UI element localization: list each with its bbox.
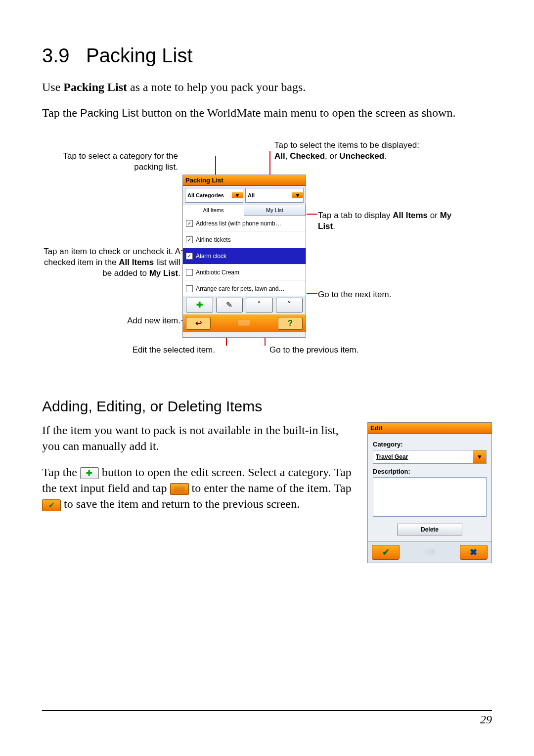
keyboard-icon[interactable]: ░░░ — [424, 549, 436, 555]
callout-next: Go to the next item. — [318, 289, 442, 300]
list-item[interactable]: ✓ Airline tickets — [183, 232, 306, 248]
paragraph-1: Use Packing List as a note to help you p… — [42, 79, 492, 95]
callout-category: Tap to select a category for the packing… — [62, 151, 178, 173]
window-title: Packing List — [183, 175, 306, 186]
packing-list-screenshot: Packing List All Categories ▼ All ▼ All … — [182, 175, 306, 338]
callout-add: Add new item. — [87, 315, 180, 326]
keyboard-icon: ░░░ — [170, 483, 189, 495]
chevron-down-icon: ▼ — [473, 450, 486, 463]
checkbox-icon[interactable]: ✓ — [186, 236, 193, 243]
list-item[interactable]: Antibiotic Cream — [183, 265, 306, 281]
list-item[interactable]: Arrange care for pets, lawn and… — [183, 281, 306, 296]
keyboard-icon[interactable]: ░░░ — [238, 320, 250, 326]
paragraph-4: Tap the ✚ button to open the edit screen… — [42, 464, 353, 512]
callout-prev: Go to the previous item. — [269, 345, 398, 356]
save-button[interactable]: ✔ — [372, 545, 400, 560]
plus-icon: ✚ — [196, 300, 203, 310]
checkbox-icon[interactable]: ✓ — [186, 253, 193, 260]
pencil-icon: ✎ — [226, 300, 232, 310]
checkbox-icon[interactable] — [186, 285, 193, 292]
chevron-down-icon: ▼ — [232, 192, 243, 198]
callout-check: Tap an item to check or uncheck it. A ch… — [42, 246, 180, 279]
category-dropdown[interactable]: All Categories ▼ — [185, 188, 243, 203]
back-arrow-icon: ↩ — [195, 318, 202, 328]
help-button[interactable]: ? — [278, 317, 303, 330]
check-icon: ✔ — [42, 499, 61, 511]
description-label: Description: — [373, 468, 487, 475]
packing-item-list: ✓ Address list (with phone numb… ✓ Airli… — [183, 216, 306, 296]
section-heading: 3.9 Packing List — [42, 44, 492, 67]
chevron-down-icon: ˅ — [287, 300, 291, 310]
description-input[interactable] — [373, 477, 487, 517]
tab-all-items[interactable]: All Items — [183, 205, 244, 216]
paragraph-2: Tap the Packing List button on the World… — [42, 105, 492, 121]
edit-screenshot: Edit Category: Travel Gear ▼ Description… — [367, 422, 492, 563]
category-dropdown[interactable]: Travel Gear ▼ — [373, 450, 487, 464]
check-icon: ✔ — [382, 547, 390, 558]
tab-my-list[interactable]: My List — [244, 205, 306, 215]
close-icon: ✖ — [470, 547, 477, 558]
add-item-button[interactable]: ✚ — [186, 298, 213, 312]
edit-item-button[interactable]: ✎ — [216, 298, 243, 312]
category-label: Category: — [373, 441, 487, 448]
chevron-down-icon: ▼ — [292, 192, 303, 198]
plus-icon: ✚ — [80, 467, 99, 479]
packing-list-figure: Tap to select a category for the packing… — [42, 131, 492, 378]
filter-dropdown[interactable]: All ▼ — [245, 188, 304, 203]
next-item-button[interactable]: ˅ — [276, 298, 303, 312]
back-button[interactable]: ↩ — [186, 317, 211, 330]
window-title: Edit — [368, 423, 491, 434]
subsection-heading: Adding, Editing, or Deleting Items — [42, 398, 492, 415]
prev-item-button[interactable]: ˄ — [246, 298, 273, 312]
chevron-up-icon: ˄ — [257, 300, 261, 310]
callout-filter: Tap to select the items to be displayed:… — [274, 140, 423, 162]
page-number: 29 — [42, 710, 492, 726]
callout-edit: Edit the selected item. — [82, 345, 215, 356]
section-number: 3.9 — [42, 44, 70, 66]
section-title: Packing List — [86, 44, 193, 66]
delete-button[interactable]: Delete — [397, 524, 462, 535]
list-item[interactable]: ✓ Alarm clock — [183, 248, 306, 265]
callout-tabs: Tap a tab to display All Items or My Lis… — [318, 210, 466, 232]
checkbox-icon[interactable] — [186, 269, 193, 276]
cancel-button[interactable]: ✖ — [460, 545, 488, 560]
checkbox-icon[interactable]: ✓ — [186, 220, 193, 227]
paragraph-3: If the item you want to pack is not avai… — [42, 422, 353, 454]
help-icon: ? — [288, 319, 293, 328]
list-item[interactable]: ✓ Address list (with phone numb… — [183, 216, 306, 232]
